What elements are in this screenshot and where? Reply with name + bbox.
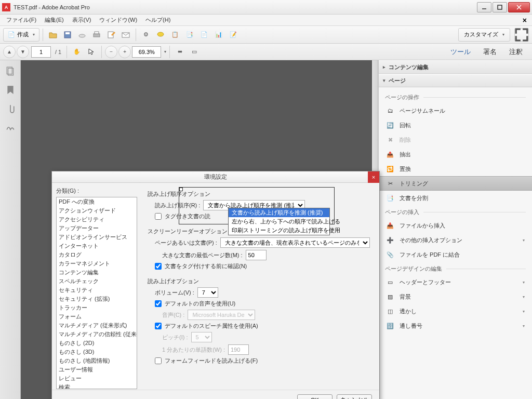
ok-button[interactable]: OK	[297, 394, 332, 400]
category-item[interactable]: カタログ	[57, 250, 137, 259]
min-pages-input[interactable]	[246, 250, 267, 260]
category-item[interactable]: アクセシビリティ	[57, 215, 137, 224]
wpm-label: 1 分あたりの単語数(W) :	[162, 346, 225, 354]
item-trim[interactable]: ✂トリミング	[379, 176, 532, 191]
print-button[interactable]	[90, 28, 103, 42]
gear-button[interactable]: ⚙	[139, 28, 153, 42]
item-background[interactable]: ▨背景▾	[379, 289, 532, 304]
volume-select[interactable]: 7	[197, 287, 218, 298]
category-item[interactable]: コンテンツ編集	[57, 268, 137, 277]
bookmark-icon[interactable]	[6, 85, 15, 95]
category-item[interactable]: ものさし (3D)	[57, 348, 137, 356]
zoom-input[interactable]	[132, 46, 161, 58]
category-item[interactable]: レビュー	[57, 374, 137, 383]
category-item[interactable]: セキュリティ	[57, 286, 137, 295]
category-item[interactable]: ものさし (2D)	[57, 339, 137, 348]
maximize-button[interactable]	[493, 2, 507, 12]
category-item[interactable]: ものさし (地図情報)	[57, 356, 137, 365]
category-item[interactable]: アクションウィザード	[57, 206, 137, 215]
category-item[interactable]: アップデーター	[57, 224, 137, 233]
menu-file[interactable]: ファイル(F)	[2, 15, 41, 25]
category-item[interactable]: カラーマネジメント	[57, 259, 137, 268]
dropdown-option[interactable]: 文書から読み上げ順序を推測 (推奨)	[229, 208, 329, 217]
section-page[interactable]: ▾ページ	[379, 74, 532, 87]
dialog-close-button[interactable]: ×	[368, 171, 379, 183]
save-button[interactable]	[61, 28, 74, 42]
item-replace[interactable]: 🔁置換	[379, 162, 532, 176]
item-rotate[interactable]: 🔄回転	[379, 118, 532, 132]
item-watermark[interactable]: ◫透かし▾	[379, 304, 532, 318]
tool-6[interactable]: 📄	[197, 28, 211, 42]
tools-link[interactable]: ツール	[447, 45, 474, 59]
page-number-input[interactable]	[31, 46, 51, 58]
comment-link[interactable]: 注釈	[506, 45, 526, 59]
tool-7[interactable]: 📊	[212, 28, 225, 42]
fullscreen-button[interactable]	[514, 28, 529, 42]
category-item[interactable]: PDF への変換	[57, 197, 137, 206]
reading-order-dropdown-list[interactable]: 文書から読み上げ順序を推測 (推奨)左から右、上から下への順序で読み上げる印刷ス…	[228, 208, 330, 235]
menu-help[interactable]: ヘルプ(H)	[141, 15, 175, 25]
cancel-button[interactable]: キャンセル	[337, 394, 372, 400]
main-area: 環境設定 × 分類(G) : PDF への変換アクションウィザードアクセシビリテ…	[0, 60, 532, 399]
pages-icon[interactable]	[6, 66, 15, 76]
comment-button[interactable]	[154, 28, 167, 42]
thumbnail-icon: 🗂	[386, 107, 394, 115]
attachment-icon[interactable]	[6, 104, 15, 113]
select-tool[interactable]	[85, 45, 98, 59]
category-item[interactable]: セキュリティ (拡張)	[57, 295, 137, 303]
chevron-down-icon[interactable]: ▾	[164, 49, 166, 54]
category-item[interactable]: アドビオンラインサービス	[57, 233, 137, 242]
item-extract[interactable]: 📤抽出	[379, 147, 532, 162]
category-item[interactable]: ユーザー情報	[57, 365, 137, 374]
category-item[interactable]: トラッカー	[57, 303, 137, 312]
category-item[interactable]: インターネット	[57, 242, 137, 250]
item-serial[interactable]: 🔢通し番号▾	[379, 318, 532, 333]
export-button[interactable]: 📋	[168, 28, 182, 42]
tool-8[interactable]: 📝	[227, 28, 240, 42]
prev-page-button[interactable]: ▲	[3, 46, 16, 58]
window-close-button[interactable]	[508, 2, 530, 12]
default-voice-checkbox[interactable]	[155, 300, 162, 307]
doc-close-button[interactable]: ×	[520, 16, 530, 24]
menu-window[interactable]: ウィンドウ(W)	[95, 15, 141, 25]
chevron-down-icon: ▾	[502, 32, 504, 37]
hand-tool[interactable]: ✋	[70, 45, 84, 59]
category-item[interactable]: フォーム	[57, 312, 137, 321]
category-item[interactable]: 検索	[57, 383, 137, 389]
signatures-icon[interactable]	[6, 123, 15, 132]
item-insert-file[interactable]: 📥ファイルから挿入	[379, 218, 532, 233]
zoom-in-button[interactable]: +	[118, 46, 131, 58]
item-split[interactable]: 📑文書を分割	[379, 191, 532, 205]
item-thumbnails[interactable]: 🗂ページサムネール	[379, 103, 532, 118]
item-insert-other[interactable]: ➕その他の挿入オプション▾	[379, 233, 532, 247]
item-combine-pdf[interactable]: 📎ファイルを PDF に結合	[379, 247, 532, 262]
menu-edit[interactable]: 編集(E)	[41, 15, 68, 25]
open-button[interactable]	[46, 28, 60, 42]
item-header-footer[interactable]: ▭ヘッダーとフッター▾	[379, 275, 532, 289]
category-item[interactable]: スペルチェック	[57, 277, 137, 286]
section-content-edit[interactable]: ▸コンテンツ編集	[379, 60, 532, 74]
read-forms-checkbox[interactable]	[155, 357, 162, 364]
fit-page-button[interactable]: ▭	[188, 45, 201, 59]
dropdown-option[interactable]: 印刷ストリーミングの読み上げ順序を使用	[229, 226, 329, 235]
next-page-button[interactable]: ▼	[17, 46, 29, 58]
page-or-doc-select[interactable]: 大きな文書の場合、現在表示されているページのみを読み上げる	[220, 237, 370, 248]
create-button[interactable]: 📄 作成 ▾	[3, 28, 39, 42]
sign-link[interactable]: 署名	[480, 45, 500, 59]
fit-width-button[interactable]: ⬌	[173, 45, 187, 59]
category-item[interactable]: マルチメディアの信頼性 (従来形式)	[57, 330, 137, 339]
category-list[interactable]: PDF への変換アクションウィザードアクセシビリティアップデーターアドビオンライ…	[56, 197, 137, 389]
edit-button[interactable]	[104, 28, 118, 42]
dropdown-option[interactable]: 左から右、上から下への順序で読み上げる	[229, 217, 329, 226]
email-button[interactable]	[119, 28, 132, 42]
default-speech-checkbox[interactable]	[155, 323, 162, 329]
category-item[interactable]: マルチメディア (従来形式)	[57, 321, 137, 330]
customize-button[interactable]: カスタマイズ ▾	[458, 28, 510, 42]
minimize-button[interactable]	[477, 2, 491, 12]
tool-5[interactable]: 📑	[183, 28, 196, 42]
tagged-override-checkbox[interactable]	[155, 213, 162, 220]
zoom-out-button[interactable]: −	[105, 46, 117, 58]
confirm-tag-checkbox[interactable]	[155, 263, 162, 270]
menu-view[interactable]: 表示(V)	[68, 15, 96, 25]
cloud-button[interactable]	[75, 28, 89, 42]
